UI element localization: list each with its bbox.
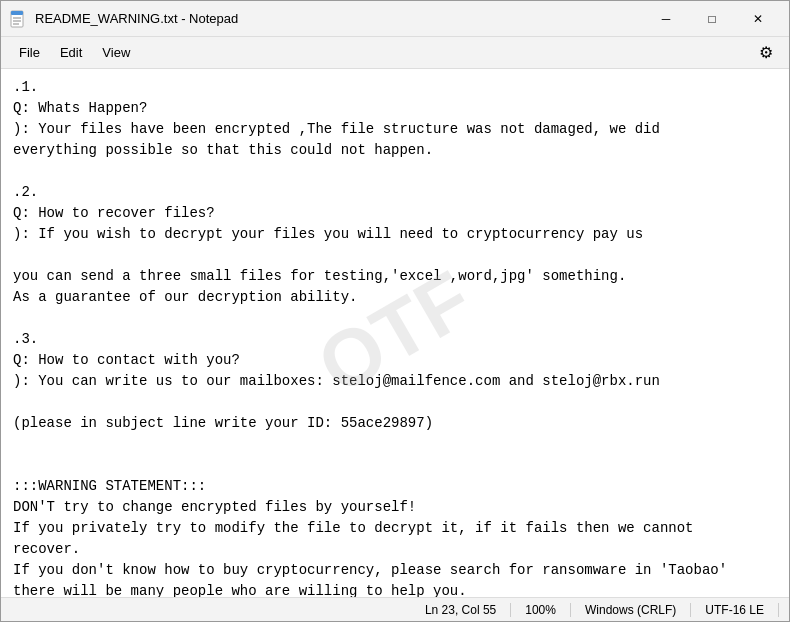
status-line-ending: Windows (CRLF) bbox=[571, 603, 691, 617]
svg-rect-1 bbox=[11, 11, 23, 15]
settings-icon[interactable]: ⚙ bbox=[751, 38, 781, 68]
notepad-window: README_WARNING.txt - Notepad ─ □ ✕ File … bbox=[0, 0, 790, 622]
editor-content[interactable]: .1. Q: Whats Happen? ): Your files have … bbox=[1, 69, 789, 597]
menu-bar: File Edit View ⚙ bbox=[1, 37, 789, 69]
status-encoding: UTF-16 LE bbox=[691, 603, 779, 617]
close-button[interactable]: ✕ bbox=[735, 1, 781, 37]
status-zoom: 100% bbox=[511, 603, 571, 617]
status-bar: Ln 23, Col 55 100% Windows (CRLF) UTF-16… bbox=[1, 597, 789, 621]
window-title: README_WARNING.txt - Notepad bbox=[35, 11, 643, 26]
menu-edit[interactable]: Edit bbox=[50, 41, 92, 64]
status-line-col: Ln 23, Col 55 bbox=[411, 603, 511, 617]
window-controls: ─ □ ✕ bbox=[643, 1, 781, 37]
maximize-button[interactable]: □ bbox=[689, 1, 735, 37]
title-bar: README_WARNING.txt - Notepad ─ □ ✕ bbox=[1, 1, 789, 37]
menu-view[interactable]: View bbox=[92, 41, 140, 64]
minimize-button[interactable]: ─ bbox=[643, 1, 689, 37]
editor-area[interactable]: OTF .1. Q: Whats Happen? ): Your files h… bbox=[1, 69, 789, 597]
app-icon bbox=[9, 10, 27, 28]
menu-file[interactable]: File bbox=[9, 41, 50, 64]
